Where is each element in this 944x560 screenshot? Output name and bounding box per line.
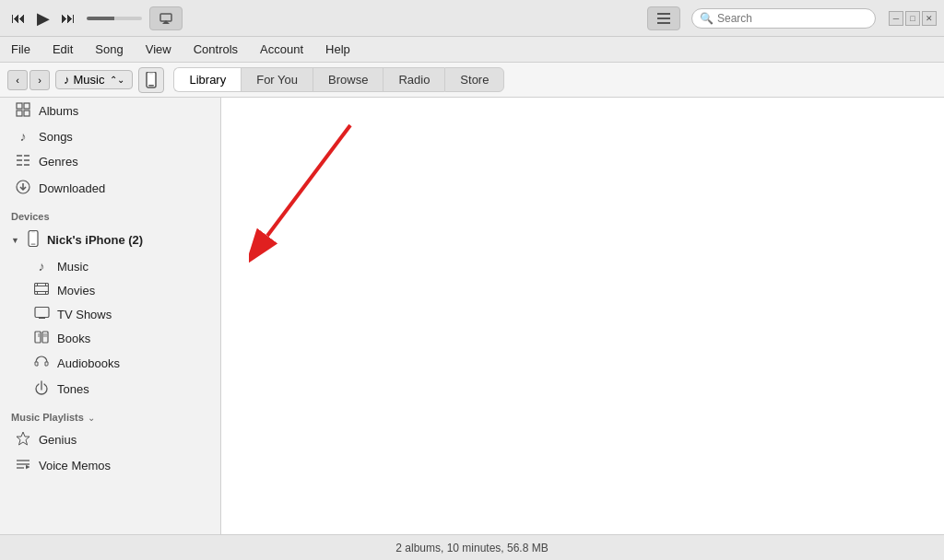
genius-icon xyxy=(15,431,31,449)
nav-arrows: ‹ › xyxy=(7,70,50,90)
device-movies-icon xyxy=(33,283,50,298)
svg-rect-21 xyxy=(30,244,35,245)
sidebar-scroll[interactable]: Albums ♪ Songs Genres Downloaded Devices xyxy=(0,98,220,534)
svg-rect-3 xyxy=(657,18,670,19)
sidebar-item-label: Audiobooks xyxy=(57,356,120,370)
menu-help[interactable]: Help xyxy=(322,41,354,58)
sidebar-item-device-music[interactable]: ♪ Music xyxy=(0,254,220,278)
svg-rect-6 xyxy=(148,85,154,87)
phone-icon-button[interactable] xyxy=(138,67,164,93)
svg-line-44 xyxy=(267,125,350,236)
sidebar-item-songs[interactable]: ♪ Songs xyxy=(0,124,220,148)
playlists-chevron-icon: ⌄ xyxy=(88,413,95,423)
airplay-button[interactable] xyxy=(149,6,183,30)
title-bar: ⏮ ▶ ⏭ 🔍 ─ □ ✕ xyxy=(0,0,944,37)
iphone-icon xyxy=(25,230,41,250)
volume-slider[interactable] xyxy=(87,17,142,20)
menu-edit[interactable]: Edit xyxy=(49,41,77,58)
sidebar-item-device-movies[interactable]: Movies xyxy=(0,278,220,302)
menu-controls[interactable]: Controls xyxy=(190,41,242,58)
nav-bar: ‹ › ♪ Music ⌃⌄ Library For You Browse Ra… xyxy=(0,63,944,98)
sidebar-device-iphone[interactable]: ▼ Nick's iPhone (2) xyxy=(0,226,220,254)
device-music-icon: ♪ xyxy=(33,259,50,274)
svg-rect-30 xyxy=(35,308,49,318)
menu-account[interactable]: Account xyxy=(256,41,307,58)
albums-icon xyxy=(15,102,31,120)
tab-for-you[interactable]: For You xyxy=(241,67,313,92)
sidebar-item-label: Songs xyxy=(39,130,73,144)
sidebar: Albums ♪ Songs Genres Downloaded Devices xyxy=(0,98,221,534)
maximize-button[interactable]: □ xyxy=(905,11,920,26)
svg-rect-33 xyxy=(35,332,41,343)
sidebar-item-albums[interactable]: Albums xyxy=(0,98,220,124)
menu-bar: File Edit Song View Controls Account Hel… xyxy=(0,37,944,63)
expand-triangle-icon: ▼ xyxy=(11,236,19,245)
minimize-button[interactable]: ─ xyxy=(889,11,903,26)
sidebar-item-label: Books xyxy=(57,332,90,345)
device-books-icon xyxy=(33,331,50,346)
playback-controls: ⏮ ▶ ⏭ xyxy=(7,6,183,30)
search-input[interactable] xyxy=(717,12,846,25)
svg-rect-2 xyxy=(657,13,670,15)
svg-rect-7 xyxy=(149,73,153,74)
sidebar-item-label: Genres xyxy=(39,155,78,169)
forward-button[interactable]: › xyxy=(30,70,50,90)
sidebar-item-label: Genius xyxy=(39,433,77,447)
device-name-label: Nick's iPhone (2) xyxy=(47,233,143,247)
sidebar-item-device-books[interactable]: Books xyxy=(0,326,220,351)
status-text: 2 albums, 10 minutes, 56.8 MB xyxy=(395,542,548,554)
menu-file[interactable]: File xyxy=(7,41,34,58)
device-tones-icon xyxy=(33,380,50,398)
sidebar-item-label: Tones xyxy=(57,382,89,396)
content-area xyxy=(221,98,944,534)
sidebar-item-genres[interactable]: Genres xyxy=(0,148,220,175)
sidebar-item-label: Music xyxy=(57,260,88,274)
sidebar-item-label: TV Shows xyxy=(57,308,112,321)
source-chevron-icon: ⌃⌄ xyxy=(110,75,124,85)
svg-rect-4 xyxy=(657,22,670,24)
menu-song[interactable]: Song xyxy=(91,41,126,58)
tab-browse[interactable]: Browse xyxy=(313,67,383,92)
search-icon: 🔍 xyxy=(700,12,714,25)
red-arrow-annotation xyxy=(249,116,360,263)
music-note-icon: ♪ xyxy=(64,73,70,87)
svg-rect-9 xyxy=(24,103,30,109)
tab-store[interactable]: Store xyxy=(444,67,504,92)
sidebar-item-voice-memos[interactable]: Voice Memos xyxy=(0,453,220,478)
tab-radio[interactable]: Radio xyxy=(383,67,444,92)
device-tvshows-icon xyxy=(33,307,50,321)
sidebar-item-device-audiobooks[interactable]: Audiobooks xyxy=(0,351,220,376)
songs-icon: ♪ xyxy=(15,129,31,144)
sidebar-item-label: Voice Memos xyxy=(39,459,111,472)
svg-rect-23 xyxy=(35,284,49,295)
sidebar-item-genius[interactable]: Genius xyxy=(0,426,220,453)
svg-rect-10 xyxy=(17,111,22,116)
fast-forward-button[interactable]: ⏭ xyxy=(57,8,79,29)
sidebar-item-downloaded[interactable]: Downloaded xyxy=(0,175,220,202)
nav-tabs: Library For You Browse Radio Store xyxy=(173,67,504,92)
playlists-header[interactable]: Music Playlists ⌄ xyxy=(0,402,220,426)
sidebar-item-device-tvshows[interactable]: TV Shows xyxy=(0,302,220,326)
status-bar: 2 albums, 10 minutes, 56.8 MB xyxy=(0,534,944,560)
sidebar-item-device-tones[interactable]: Tones xyxy=(0,376,220,402)
close-button[interactable]: ✕ xyxy=(922,11,937,26)
source-label: Music xyxy=(74,73,105,87)
rewind-button[interactable]: ⏮ xyxy=(7,8,30,29)
menu-view[interactable]: View xyxy=(142,41,175,58)
list-view-button[interactable] xyxy=(647,6,680,30)
devices-header: Devices xyxy=(0,202,220,226)
sidebar-item-label: Downloaded xyxy=(39,181,105,195)
play-button[interactable]: ▶ xyxy=(33,6,53,30)
device-audiobooks-icon xyxy=(33,356,50,371)
source-selector[interactable]: ♪ Music ⌃⌄ xyxy=(55,70,133,89)
search-bar[interactable]: 🔍 xyxy=(691,8,876,29)
downloaded-icon xyxy=(15,180,31,197)
back-button[interactable]: ‹ xyxy=(7,70,28,90)
tab-library[interactable]: Library xyxy=(173,67,241,92)
svg-rect-11 xyxy=(24,111,30,116)
sidebar-item-label: Albums xyxy=(39,104,78,118)
svg-rect-22 xyxy=(31,232,35,233)
genres-icon xyxy=(15,153,31,170)
main-layout: Albums ♪ Songs Genres Downloaded Devices xyxy=(0,98,944,534)
svg-rect-34 xyxy=(42,332,48,343)
